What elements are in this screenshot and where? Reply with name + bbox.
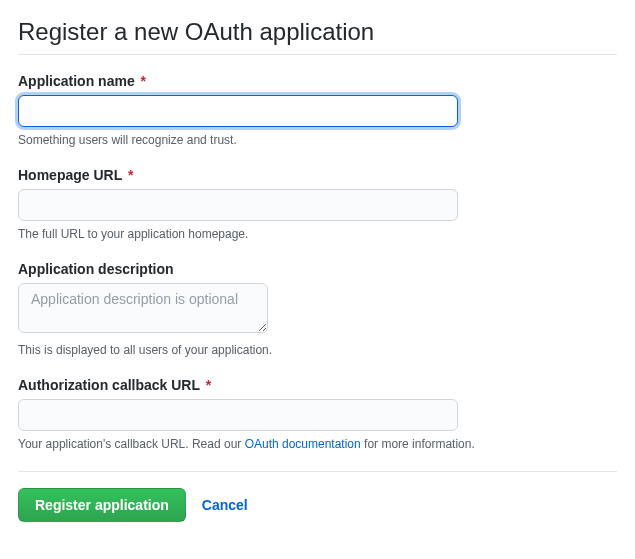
register-application-button[interactable]: Register application (18, 488, 186, 522)
callback-url-note: Your application's callback URL. Read ou… (18, 437, 617, 451)
description-label: Application description (18, 261, 617, 277)
callback-url-input[interactable] (18, 399, 458, 431)
note-text-after: for more information. (361, 437, 475, 451)
label-text: Authorization callback URL (18, 377, 200, 393)
form-group-homepage-url: Homepage URL * The full URL to your appl… (18, 167, 617, 241)
description-textarea[interactable] (18, 283, 268, 333)
cancel-button[interactable]: Cancel (202, 497, 248, 513)
page-title: Register a new OAuth application (18, 18, 617, 55)
form-group-app-name: Application name * Something users will … (18, 73, 617, 147)
required-asterisk: * (128, 167, 133, 183)
label-text: Application name (18, 73, 135, 89)
homepage-url-input[interactable] (18, 189, 458, 221)
label-text: Application description (18, 261, 174, 277)
description-note: This is displayed to all users of your a… (18, 343, 617, 357)
callback-url-label: Authorization callback URL * (18, 377, 617, 393)
homepage-url-label: Homepage URL * (18, 167, 617, 183)
app-name-note: Something users will recognize and trust… (18, 133, 617, 147)
form-group-callback-url: Authorization callback URL * Your applic… (18, 377, 617, 451)
divider (18, 471, 617, 472)
required-asterisk: * (206, 377, 211, 393)
form-group-description: Application description This is displaye… (18, 261, 617, 357)
app-name-input[interactable] (18, 95, 458, 127)
oauth-doc-link[interactable]: OAuth documentation (245, 437, 361, 451)
app-name-label: Application name * (18, 73, 617, 89)
required-asterisk: * (141, 73, 146, 89)
label-text: Homepage URL (18, 167, 122, 183)
homepage-url-note: The full URL to your application homepag… (18, 227, 617, 241)
button-row: Register application Cancel (18, 488, 617, 522)
note-text-before: Your application's callback URL. Read ou… (18, 437, 245, 451)
